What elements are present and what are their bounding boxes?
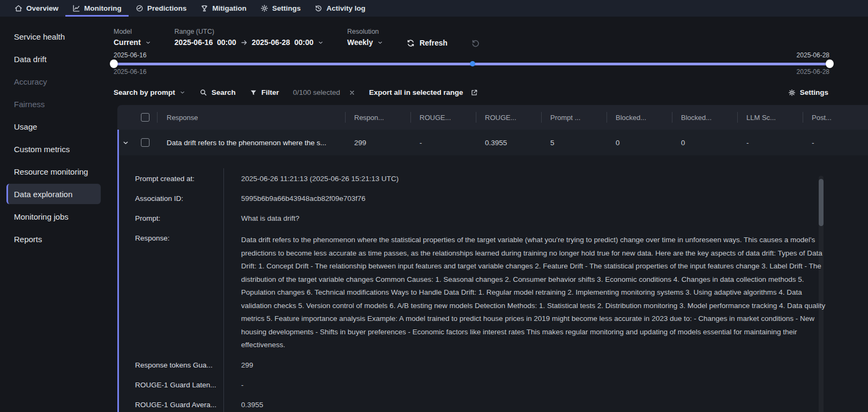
slider-marker-dot (470, 61, 475, 66)
row-expander[interactable] (117, 130, 133, 155)
detail-label: Association ID: (135, 194, 223, 204)
column-label: Respon... (354, 114, 384, 122)
slider-start-date-secondary: 2025-06-16 (114, 68, 146, 76)
search-button[interactable]: Search (199, 88, 236, 96)
nav-item-settings[interactable]: Settings (253, 0, 308, 17)
nav-item-label: Activity log (326, 4, 365, 12)
column-label: Prompt ... (550, 114, 580, 122)
column-label: Response (167, 114, 198, 122)
row-cell: 0.3955 (476, 130, 541, 155)
nav-item-label: Settings (272, 4, 301, 12)
range-group: Range (UTC) 2025-06-16 00:00 2025-06-28 … (175, 28, 324, 47)
sidebar-item-label: Data exploration (14, 190, 72, 199)
model-group: Model Current (114, 28, 151, 47)
gear-icon (260, 4, 268, 12)
select-all-checkbox[interactable] (141, 113, 149, 122)
chevron-down-icon (318, 40, 324, 46)
nav-item-mitigation[interactable]: Mitigation (193, 0, 253, 17)
detail-value: 2025-06-26 11:21:13 (2025-06-26 15:21:13… (223, 174, 828, 184)
sidebar-item-custom-metrics[interactable]: Custom metrics (0, 138, 107, 160)
sidebar-item-label: Monitoring jobs (14, 212, 69, 221)
column-header-response: Response (157, 105, 345, 130)
range-dropdown[interactable]: 2025-06-16 00:00 2025-06-28 00:00 (175, 38, 324, 47)
search-icon (199, 88, 207, 96)
sidebar-item-label: Data drift (14, 55, 47, 64)
chevron-down-icon (122, 139, 129, 146)
nav-item-monitoring[interactable]: Monitoring (65, 0, 129, 17)
sidebar-item-label: Custom metrics (14, 145, 70, 154)
slider-handle-end[interactable] (826, 59, 834, 68)
cell-value: - (812, 139, 814, 147)
detail-row-rouge-latency: ROUGE-1 Guard Laten... - (135, 380, 868, 390)
sidebar-item-resource-monitoring[interactable]: Resource monitoring (0, 160, 107, 183)
row-cell: - (737, 130, 803, 155)
column-header-post: Post... (803, 105, 868, 130)
filter-button[interactable]: Filter (250, 88, 279, 96)
column-label: ROUGE... (485, 114, 517, 122)
detail-label: Prompt: (135, 214, 223, 223)
column-header-blocked-2: Blocked... (672, 105, 737, 130)
header-checkbox-cell (133, 105, 157, 130)
sidebar-item-monitoring-jobs[interactable]: Monitoring jobs (0, 205, 107, 228)
selected-count: 0/100 selected (293, 88, 340, 96)
search-by-label: Search by prompt (114, 88, 175, 96)
trophy-icon (200, 4, 208, 12)
row-cell: 0 (672, 130, 737, 155)
resolution-dropdown[interactable]: Weekly (347, 38, 383, 47)
table-header: Response Respon... ROUGE... ROUGE... Pro… (117, 105, 868, 130)
row-cell: 0 (607, 130, 672, 155)
column-header-prompt: Prompt ... (541, 105, 607, 130)
detail-label: Response tokens Gua... (135, 361, 223, 370)
search-by-prompt-dropdown[interactable]: Search by prompt (114, 88, 185, 96)
sidebar-item-service-health[interactable]: Service health (0, 25, 107, 48)
arrow-right-icon (241, 39, 248, 46)
row-checkbox[interactable] (141, 138, 149, 147)
expanded-row-block: Data drift refers to the phenomenon wher… (117, 130, 868, 412)
date-range-slider: 2025-06-16 2025-06-28 2025-06-16 2025-06… (114, 50, 829, 80)
sidebar-item-data-exploration[interactable]: Data exploration (6, 184, 101, 204)
line-chart-icon (72, 4, 80, 12)
nav-item-predictions[interactable]: Predictions (129, 0, 194, 17)
detail-row-response: Response: Data drift refers to the pheno… (135, 234, 868, 352)
scrollbar-thumb[interactable] (819, 179, 824, 226)
detail-label: ROUGE-1 Guard Avera... (135, 400, 223, 410)
sidebar-item-reports[interactable]: Reports (0, 228, 107, 250)
undo-icon[interactable] (471, 39, 480, 48)
sidebar-item-usage[interactable]: Usage (0, 115, 107, 138)
range-end: 2025-06-28 00:00 (252, 38, 313, 47)
clear-selection-icon[interactable] (349, 89, 355, 96)
nav-item-overview[interactable]: Overview (8, 0, 65, 17)
resolution-label: Resolution (347, 28, 383, 35)
table-settings-button[interactable]: Settings (788, 88, 828, 96)
cell-value: - (420, 139, 422, 147)
top-nav: Overview Monitoring Predictions Mitigati… (0, 0, 868, 17)
row-cell: 299 (345, 130, 410, 155)
detail-row-prompt: Prompt: What is data drift? (135, 214, 868, 223)
nav-item-activity-log[interactable]: Activity log (308, 0, 372, 17)
resolution-group: Resolution Weekly (347, 28, 383, 47)
cell-value: 0.3955 (485, 139, 507, 147)
home-icon (14, 4, 23, 12)
detail-row-association-id: Association ID: 5995b6b9a66b43948acb82f0… (135, 194, 868, 204)
sidebar-item-label: Accuracy (14, 77, 47, 86)
data-table: Response Respon... ROUGE... ROUGE... Pro… (117, 105, 868, 412)
slider-handle-start[interactable] (110, 59, 118, 68)
nav-item-label: Predictions (147, 4, 187, 12)
sidebar-item-label: Usage (14, 122, 37, 131)
chevron-down-icon (179, 89, 185, 95)
header-expander-cell (117, 105, 133, 130)
nav-item-label: Overview (26, 4, 58, 12)
column-label: Blocked... (681, 114, 712, 122)
model-dropdown[interactable]: Current (114, 38, 151, 47)
detail-label: Response: (135, 234, 223, 352)
export-button[interactable]: Export all in selected range (369, 88, 478, 96)
refresh-button[interactable]: Refresh (407, 39, 447, 47)
column-header-llm-score: LLM Sc... (737, 105, 803, 130)
table-row[interactable]: Data drift refers to the phenomenon wher… (117, 130, 868, 155)
row-checkbox-cell (133, 130, 157, 155)
column-header-rouge-1: ROUGE... (410, 105, 476, 130)
model-label: Model (114, 28, 151, 35)
slider-start-date: 2025-06-16 (114, 51, 146, 59)
sidebar-item-data-drift[interactable]: Data drift (0, 48, 107, 70)
sidebar-item-label: Fairness (14, 100, 45, 109)
